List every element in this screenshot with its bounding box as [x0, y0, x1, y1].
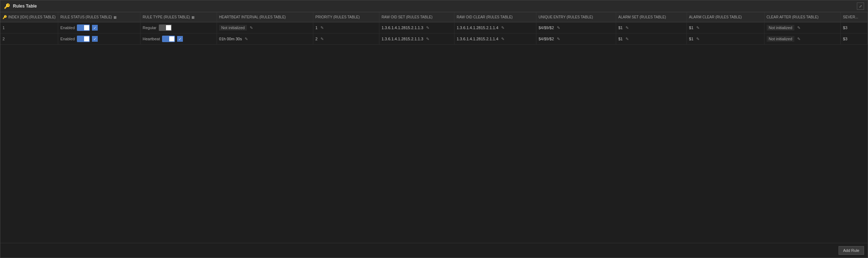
cell-clear-after-1: Not initialized ✎	[764, 22, 841, 33]
cell-alarm-clear-2: $1 ✎	[687, 33, 764, 45]
heartbeat-value: 01h 00m 30s	[219, 37, 242, 41]
severity-value: $3	[843, 26, 847, 30]
title-bar: 🔑 Rules Table ⤢	[0, 0, 868, 12]
clear-after-edit-icon[interactable]: ✎	[797, 26, 800, 30]
cell-heartbeat-1: Not initialized ✎	[217, 22, 313, 33]
raw-oid-clear-edit-icon[interactable]: ✎	[501, 26, 504, 30]
alarm-set-edit-icon[interactable]: ✎	[625, 37, 629, 41]
heartbeat-value: Not initialized	[219, 25, 247, 31]
col-header-clear-after[interactable]: CLEAR AFTER (RULES TABLE)	[764, 12, 841, 22]
rule-type-checkbox[interactable]: ✓	[177, 36, 183, 42]
status-checkbox[interactable]: ✓	[92, 36, 98, 42]
cell-rule-type-2: Heartbeat ✓	[140, 33, 217, 45]
title-bar-left: 🔑 Rules Table	[4, 3, 37, 9]
cell-alarm-set-1: $1 ✎	[616, 22, 687, 33]
cell-raw-oid-set-1: 1.3.6.1.4.1.2815.2.1.1.3 ✎	[379, 22, 454, 33]
cell-severity-1: $3	[841, 22, 868, 33]
expand-button[interactable]: ⤢	[857, 3, 864, 10]
severity-value: $3	[843, 37, 847, 41]
status-toggle[interactable]	[77, 36, 90, 42]
cell-alarm-set-2: $1 ✎	[616, 33, 687, 45]
col-header-unique-entry[interactable]: UNIQUE ENTRY (RULES TABLE)	[536, 12, 616, 22]
alarm-clear-value: $1	[689, 37, 693, 41]
cell-alarm-clear-1: $1 ✎	[687, 22, 764, 33]
raw-oid-clear-edit-icon[interactable]: ✎	[501, 37, 504, 41]
raw-oid-set-value: 1.3.6.1.4.1.2815.2.1.1.3	[382, 37, 423, 41]
alarm-set-edit-icon[interactable]: ✎	[625, 26, 629, 30]
cell-clear-after-2: Not initialized ✎	[764, 33, 841, 45]
priority-edit-icon[interactable]: ✎	[320, 37, 324, 41]
col-header-alarm-set[interactable]: ALARM SET (RULES TABLE)	[616, 12, 687, 22]
window-title: Rules Table	[13, 4, 37, 9]
col-header-rule-status[interactable]: RULE STATUS (RULES TABLE) ▦	[58, 12, 140, 22]
bar-chart-icon-type: ▦	[191, 15, 195, 19]
clear-after-value: Not initialized	[767, 25, 794, 31]
cell-unique-entry-2: $4/$9/$2 ✎	[536, 33, 616, 45]
cell-priority-1: 1 ✎	[313, 22, 379, 33]
table-row: 2 Enabled ✓ Heartbeat ✓ 01h 00m 30s ✎ 2 …	[0, 33, 868, 45]
col-header-index[interactable]: 🔑 INDEX [IDX] (RULES TABLE)	[0, 12, 58, 22]
raw-oid-clear-value: 1.3.6.1.4.1.2815.2.1.1.4	[457, 37, 498, 41]
unique-entry-value: $4/$9/$2	[539, 37, 554, 41]
cell-raw-oid-set-2: 1.3.6.1.4.1.2815.2.1.1.3 ✎	[379, 33, 454, 45]
key-icon: 🔑	[3, 15, 7, 19]
cell-index-1: 1	[0, 22, 58, 33]
bar-chart-icon-status: ▦	[114, 15, 117, 19]
cell-rule-status-2: Enabled ✓	[58, 33, 140, 45]
cell-raw-oid-clear-2: 1.3.6.1.4.1.2815.2.1.1.4 ✎	[454, 33, 536, 45]
rule-type-toggle[interactable]	[162, 36, 175, 42]
alarm-clear-edit-icon[interactable]: ✎	[696, 26, 700, 30]
col-header-rule-type[interactable]: RULE TYPE (RULES TABLE) ▦	[140, 12, 217, 22]
unique-entry-value: $4/$9/$2	[539, 26, 554, 30]
status-checkbox[interactable]: ✓	[92, 25, 98, 31]
status-label: Enabled	[60, 37, 75, 41]
col-header-severity[interactable]: SEVER...	[841, 12, 868, 22]
unique-entry-edit-icon[interactable]: ✎	[557, 37, 560, 41]
cell-raw-oid-clear-1: 1.3.6.1.4.1.2815.2.1.1.4 ✎	[454, 22, 536, 33]
cell-severity-2: $3	[841, 33, 868, 45]
clear-after-edit-icon[interactable]: ✎	[797, 37, 800, 41]
cell-rule-type-1: Regular	[140, 22, 217, 33]
raw-oid-clear-value: 1.3.6.1.4.1.2815.2.1.1.4	[457, 26, 498, 30]
rule-type-label: Regular	[143, 26, 157, 30]
col-header-raw-oid-clear[interactable]: RAW OID CLEAR (RULES TABLE)	[454, 12, 536, 22]
footer: Add Rule	[0, 243, 868, 258]
add-rule-button[interactable]: Add Rule	[839, 246, 864, 255]
clear-after-value: Not initialized	[767, 36, 794, 42]
cell-unique-entry-1: $4/$9/$2 ✎	[536, 22, 616, 33]
raw-oid-set-edit-icon[interactable]: ✎	[426, 26, 429, 30]
unique-entry-edit-icon[interactable]: ✎	[557, 26, 560, 30]
rules-table-window: 🔑 Rules Table ⤢ 🔑 INDEX [IDX] (RULES TAB…	[0, 0, 868, 258]
table-row: 1 Enabled ✓ Regular Not initialized ✎ 1 …	[0, 22, 868, 33]
raw-oid-set-edit-icon[interactable]: ✎	[426, 37, 429, 41]
priority-edit-icon[interactable]: ✎	[320, 26, 324, 30]
alarm-set-value: $1	[618, 26, 623, 30]
alarm-set-value: $1	[618, 37, 623, 41]
alarm-clear-value: $1	[689, 26, 693, 30]
status-toggle[interactable]	[77, 24, 90, 31]
col-header-heartbeat-interval[interactable]: HEARTBEAT INTERVAL (RULES TABLE)	[217, 12, 313, 22]
priority-value: 1	[315, 26, 318, 30]
cell-heartbeat-2: 01h 00m 30s ✎	[217, 33, 313, 45]
rules-table: 🔑 INDEX [IDX] (RULES TABLE) RULE STATUS …	[0, 12, 868, 45]
title-key-icon: 🔑	[4, 3, 10, 9]
cell-priority-2: 2 ✎	[313, 33, 379, 45]
heartbeat-edit-icon[interactable]: ✎	[245, 37, 248, 41]
table-header-row: 🔑 INDEX [IDX] (RULES TABLE) RULE STATUS …	[0, 12, 868, 22]
cell-rule-status-1: Enabled ✓	[58, 22, 140, 33]
rule-type-toggle[interactable]	[159, 24, 172, 31]
cell-index-2: 2	[0, 33, 58, 45]
col-header-alarm-clear[interactable]: ALARM CLEAR (RULES TABLE)	[687, 12, 764, 22]
raw-oid-set-value: 1.3.6.1.4.1.2815.2.1.1.3	[382, 26, 423, 30]
alarm-clear-edit-icon[interactable]: ✎	[696, 37, 700, 41]
heartbeat-edit-icon[interactable]: ✎	[250, 26, 253, 30]
title-bar-right: ⤢	[857, 3, 864, 10]
rule-type-label: Heartbeat	[143, 37, 160, 41]
col-header-raw-oid-set[interactable]: RAW OID SET (RULES TABLE)	[379, 12, 454, 22]
table-container: 🔑 INDEX [IDX] (RULES TABLE) RULE STATUS …	[0, 12, 868, 243]
col-header-priority[interactable]: PRIORITY (RULES TABLE)	[313, 12, 379, 22]
priority-value: 2	[315, 37, 318, 41]
status-label: Enabled	[60, 26, 75, 30]
table-body: 1 Enabled ✓ Regular Not initialized ✎ 1 …	[0, 22, 868, 45]
